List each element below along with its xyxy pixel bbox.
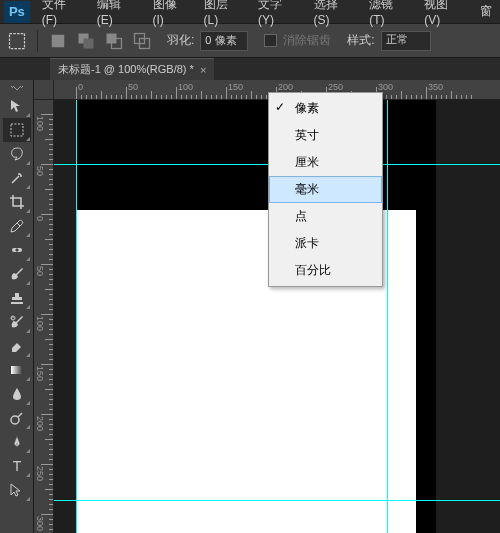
- antialias-checkbox[interactable]: [264, 34, 277, 47]
- workspace: T 050100150200250300350 1005005010015020…: [0, 80, 500, 533]
- menu-window[interactable]: 窗: [472, 0, 500, 24]
- menu-item-inches[interactable]: 英寸: [269, 122, 382, 149]
- menu-layer[interactable]: 图层(L): [196, 0, 250, 24]
- tool-wand[interactable]: [3, 166, 31, 190]
- tool-dodge[interactable]: [3, 406, 31, 430]
- ruler-v-label: 100: [35, 116, 45, 131]
- guide-vertical-2[interactable]: [387, 100, 388, 533]
- tool-pen[interactable]: [3, 430, 31, 454]
- ruler-v-label: 0: [35, 216, 45, 221]
- tool-eraser[interactable]: [3, 334, 31, 358]
- ruler-v-label: 100: [35, 316, 45, 331]
- svg-point-14: [11, 416, 19, 424]
- ruler-corner[interactable]: [34, 80, 54, 100]
- tool-eyedropper[interactable]: [3, 214, 31, 238]
- expand-icon[interactable]: [3, 82, 31, 94]
- ruler-h-label: 250: [328, 82, 343, 92]
- tool-heal[interactable]: [3, 238, 31, 262]
- ruler-h-label: 350: [428, 82, 443, 92]
- guide-vertical-1[interactable]: [76, 100, 77, 533]
- menu-image[interactable]: 图像(I): [145, 0, 196, 24]
- menu-item-cm[interactable]: 厘米: [269, 149, 382, 176]
- ruler-h-label: 200: [278, 82, 293, 92]
- style-select[interactable]: 正常: [381, 31, 431, 51]
- ruler-v-label: 50: [35, 166, 45, 176]
- svg-rect-3: [84, 38, 94, 48]
- style-label: 样式:: [347, 32, 374, 49]
- selection-subtract-icon[interactable]: [103, 30, 125, 52]
- toolbox: T: [0, 80, 34, 533]
- tool-marquee[interactable]: [3, 118, 31, 142]
- ruler-vertical[interactable]: 10050050100150200250300: [34, 100, 54, 533]
- menu-item-mm[interactable]: 毫米: [269, 176, 382, 203]
- tool-path[interactable]: [3, 478, 31, 502]
- tool-brush[interactable]: [3, 262, 31, 286]
- menu-item-points[interactable]: 点: [269, 203, 382, 230]
- tool-lasso[interactable]: [3, 142, 31, 166]
- tool-preset-icon[interactable]: [6, 30, 28, 52]
- menu-select[interactable]: 选择(S): [306, 0, 362, 24]
- svg-rect-11: [16, 248, 17, 252]
- options-bar: 羽化: 消除锯齿 样式: 正常: [0, 24, 500, 58]
- ruler-v-label: 200: [35, 416, 45, 431]
- tool-move[interactable]: [3, 94, 31, 118]
- antialias-label: 消除锯齿: [283, 32, 331, 49]
- menu-item-pixels[interactable]: 像素: [269, 95, 382, 122]
- menu-text[interactable]: 文字(Y): [250, 0, 306, 24]
- close-icon[interactable]: ×: [200, 64, 206, 76]
- tool-type[interactable]: T: [3, 454, 31, 478]
- ruler-h-label: 0: [78, 82, 83, 92]
- ruler-units-menu: 像素 英寸 厘米 毫米 点 派卡 百分比: [268, 92, 383, 287]
- menu-edit[interactable]: 编辑(E): [89, 0, 145, 24]
- svg-text:T: T: [12, 458, 21, 474]
- canvas-zone[interactable]: 050100150200250300350 100500501001502002…: [34, 80, 500, 533]
- tool-gradient[interactable]: [3, 358, 31, 382]
- doc-tab-title: 未标题-1 @ 100%(RGB/8) *: [58, 62, 194, 77]
- svg-rect-0: [10, 33, 25, 48]
- ruler-v-label: 150: [35, 366, 45, 381]
- svg-rect-8: [11, 124, 23, 136]
- ruler-v-label: 300: [35, 516, 45, 531]
- tool-stamp[interactable]: [3, 286, 31, 310]
- menu-filter[interactable]: 滤镜(T): [361, 0, 416, 24]
- tool-crop[interactable]: [3, 190, 31, 214]
- separator: [37, 30, 38, 52]
- menu-item-picas[interactable]: 派卡: [269, 230, 382, 257]
- ruler-h-label: 100: [178, 82, 193, 92]
- menu-item-percent[interactable]: 百分比: [269, 257, 382, 284]
- selection-intersect-icon[interactable]: [131, 30, 153, 52]
- guide-horizontal-2[interactable]: [54, 500, 500, 501]
- ruler-v-label: 250: [35, 466, 45, 481]
- menu-file[interactable]: 文件(F): [34, 0, 89, 24]
- menubar: Ps 文件(F) 编辑(E) 图像(I) 图层(L) 文字(Y) 选择(S) 滤…: [0, 0, 500, 24]
- svg-rect-13: [11, 366, 23, 374]
- document-tab[interactable]: 未标题-1 @ 100%(RGB/8) * ×: [50, 58, 214, 80]
- tool-history-brush[interactable]: [3, 310, 31, 334]
- ps-logo: Ps: [4, 1, 30, 23]
- ruler-v-label: 50: [35, 266, 45, 276]
- tool-blur[interactable]: [3, 382, 31, 406]
- selection-add-icon[interactable]: [75, 30, 97, 52]
- ruler-h-label: 50: [128, 82, 138, 92]
- menu-view[interactable]: 视图(V): [416, 0, 472, 24]
- ruler-h-label: 300: [378, 82, 393, 92]
- ruler-h-label: 150: [228, 82, 243, 92]
- svg-rect-1: [52, 34, 65, 47]
- feather-label: 羽化:: [167, 32, 194, 49]
- feather-input[interactable]: [200, 31, 248, 51]
- tab-area: 未标题-1 @ 100%(RGB/8) * ×: [0, 58, 500, 80]
- selection-new-icon[interactable]: [47, 30, 69, 52]
